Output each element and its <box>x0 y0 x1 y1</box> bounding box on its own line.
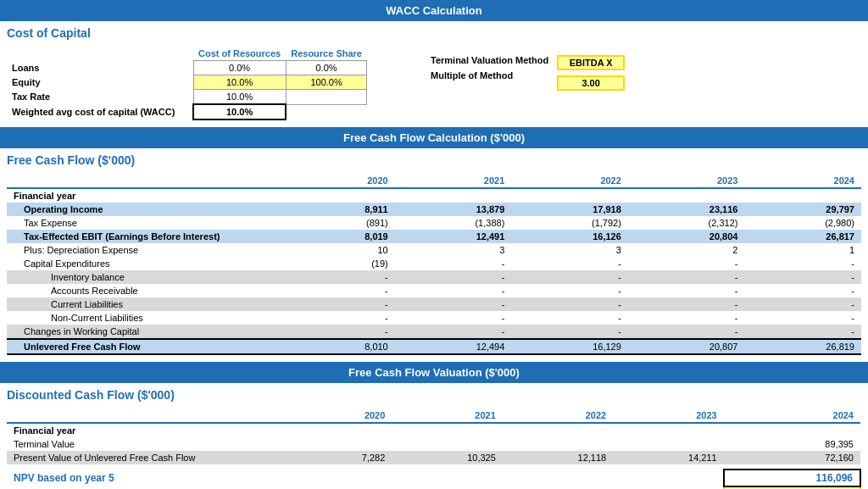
fcf-cell-6-3: - <box>628 270 745 284</box>
wacc-col-cost: Cost of Resources <box>193 47 286 61</box>
dcf-row-label-2: Present Value of Unlevered Free Cash Flo… <box>7 451 295 464</box>
dcf-row-4: NPV based on year 5116,096 <box>7 470 860 486</box>
fcf-cell-3-1: 12,491 <box>395 230 512 243</box>
dcf-cell-4-1 <box>392 470 502 486</box>
dcf-section-header: Free Cash Flow Valuation ($'000) <box>0 362 868 383</box>
fcf-cell-10-2: - <box>511 325 628 339</box>
dcf-cell-2-0: 7,282 <box>295 451 392 464</box>
multiple-value[interactable]: 3.00 <box>557 75 625 91</box>
wacc-row-wacc-cost[interactable]: 10.0% <box>193 104 286 119</box>
dcf-cell-1-0 <box>295 437 392 451</box>
fcf-cell-0-0 <box>295 188 395 203</box>
dcf-cell-1-4: 89,395 <box>724 437 860 451</box>
wacc-row-taxrate-cost[interactable]: 10.0% <box>193 90 286 105</box>
wacc-row-wacc-label: Weighted avg cost of capital (WACC) <box>7 104 193 119</box>
fcf-cell-11-4: 26,819 <box>744 339 861 354</box>
wacc-section: WACC Calculation Cost of Capital Cost of… <box>0 0 868 127</box>
fcf-cell-7-2: - <box>511 284 628 297</box>
fcf-row-label-7: Accounts Receivable <box>7 284 295 297</box>
fcf-section: Free Cash Flow Calculation ($'000) Free … <box>0 127 868 362</box>
dcf-section: Free Cash Flow Valuation ($'000) Discoun… <box>0 362 868 489</box>
fcf-col-2021: 2021 <box>395 174 512 188</box>
fcf-cell-7-0: - <box>295 284 395 297</box>
fcf-row-label-3: Tax-Effected EBIT (Earnings Before Inter… <box>7 230 295 243</box>
dcf-col-2023: 2023 <box>613 408 723 423</box>
fcf-cell-4-2: 3 <box>511 243 628 257</box>
fcf-cell-7-1: - <box>395 284 512 297</box>
fcf-row-label-1: Operating Income <box>7 203 295 216</box>
dcf-cell-2-1: 10,325 <box>392 451 502 464</box>
dcf-row-label-1: Terminal Value <box>7 437 295 451</box>
terminal-method-label: Terminal Valuation Method <box>431 55 548 65</box>
fcf-col-2020: 2020 <box>295 174 395 188</box>
wacc-row-taxrate-label: Tax Rate <box>7 90 193 105</box>
fcf-row-9: Non-Current Liabilities----- <box>7 311 861 325</box>
dcf-col-2024: 2024 <box>724 408 860 423</box>
fcf-section-header: Free Cash Flow Calculation ($'000) <box>0 127 868 148</box>
fcf-cell-9-4: - <box>744 311 861 325</box>
fcf-cell-9-1: - <box>395 311 512 325</box>
fcf-cell-2-0: (891) <box>295 216 395 230</box>
fcf-cell-11-1: 12,494 <box>395 339 512 354</box>
dcf-cell-0-3 <box>613 423 723 437</box>
fcf-cell-10-3: - <box>628 325 745 339</box>
dcf-cell-0-1 <box>392 423 502 437</box>
wacc-right-panel: Terminal Valuation Method Multiple of Me… <box>431 47 861 120</box>
fcf-row-7: Accounts Receivable----- <box>7 284 861 297</box>
dcf-col-2021: 2021 <box>392 408 502 423</box>
fcf-cell-9-3: - <box>628 311 745 325</box>
fcf-cell-5-3: - <box>628 257 745 270</box>
fcf-cell-10-4: - <box>744 325 861 339</box>
dcf-section-title: Discounted Cash Flow ($'000) <box>0 383 868 405</box>
fcf-row-0: Financial year <box>7 188 861 203</box>
fcf-row-label-9: Non-Current Liabilities <box>7 311 295 325</box>
fcf-row-11: Unlevered Free Cash Flow8,01012,49416,12… <box>7 339 861 354</box>
fcf-cell-6-4: - <box>744 270 861 284</box>
fcf-row-6: Inventory balance----- <box>7 270 861 284</box>
fcf-row-label-8: Current Liabilities <box>7 297 295 311</box>
fcf-cell-0-2 <box>511 188 628 203</box>
multiple-label: Multiple of Method <box>431 70 548 81</box>
dcf-table: 2020 2021 2022 2023 2024 Financial yearT… <box>7 408 861 489</box>
fcf-row-label-2: Tax Expense <box>7 216 295 230</box>
dcf-cell-2-4: 72,160 <box>724 451 860 464</box>
fcf-cell-2-4: (2,980) <box>744 216 861 230</box>
fcf-row-label-5: Capital Expenditures <box>7 257 295 270</box>
fcf-section-title: Free Cash Flow ($'000) <box>0 148 868 170</box>
fcf-cell-3-3: 20,804 <box>628 230 745 243</box>
dcf-cell-1-3 <box>613 437 723 451</box>
fcf-cell-4-0: 10 <box>295 243 395 257</box>
wacc-row-equity-cost[interactable]: 10.0% <box>193 75 286 90</box>
dcf-col-2022: 2022 <box>503 408 613 423</box>
fcf-cell-6-2: - <box>511 270 628 284</box>
dcf-cell-2-3: 14,211 <box>613 451 723 464</box>
terminal-value[interactable]: EBITDA X <box>557 55 625 70</box>
fcf-row-label-0: Financial year <box>7 188 295 203</box>
fcf-cell-0-1 <box>395 188 512 203</box>
fcf-cell-2-3: (2,312) <box>628 216 745 230</box>
wacc-row-wacc-share <box>286 104 367 119</box>
dcf-col-label <box>7 408 295 423</box>
fcf-row-label-4: Plus: Depreciation Expense <box>7 243 295 257</box>
dcf-cell-0-0 <box>295 423 392 437</box>
wacc-row-equity-share[interactable]: 100.0% <box>286 75 367 90</box>
fcf-col-2024: 2024 <box>744 174 861 188</box>
fcf-cell-8-3: - <box>628 297 745 311</box>
fcf-cell-0-3 <box>628 188 745 203</box>
fcf-cell-2-1: (1,388) <box>395 216 512 230</box>
fcf-cell-4-4: 1 <box>744 243 861 257</box>
wacc-row-equity-label: Equity <box>7 75 193 90</box>
fcf-cell-11-0: 8,010 <box>295 339 395 354</box>
fcf-cell-7-3: - <box>628 284 745 297</box>
dcf-cell-4-4: 116,096 <box>724 470 860 486</box>
wacc-row-loans-cost[interactable]: 0.0% <box>193 61 286 75</box>
wacc-row-loans-share[interactable]: 0.0% <box>286 61 367 75</box>
dcf-row-0: Financial year <box>7 423 860 437</box>
fcf-cell-1-4: 29,797 <box>744 203 861 216</box>
dcf-cell-4-3 <box>613 470 723 486</box>
fcf-cell-4-3: 2 <box>628 243 745 257</box>
wacc-left-panel: Cost of Resources Resource Share Loans 0… <box>7 47 431 120</box>
fcf-cell-10-1: - <box>395 325 512 339</box>
wacc-row-taxrate-share <box>286 90 367 105</box>
fcf-cell-4-1: 3 <box>395 243 512 257</box>
